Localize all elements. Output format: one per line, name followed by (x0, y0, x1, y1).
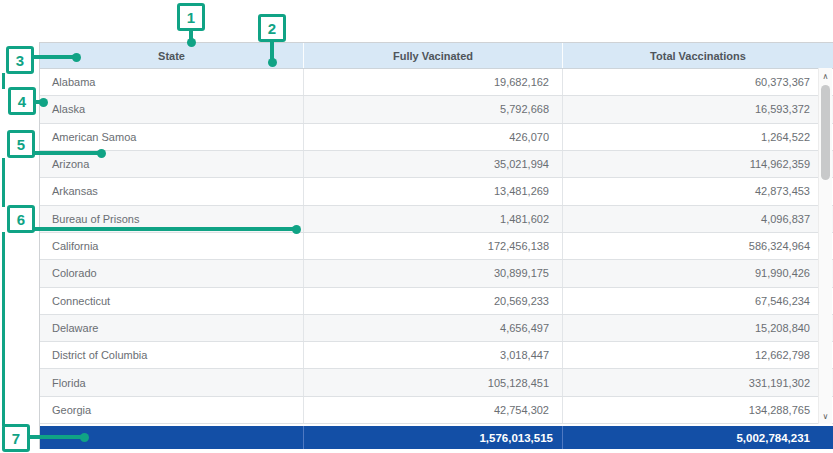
callout-7-leader-line (29, 435, 82, 439)
cell-state[interactable]: Alaska (40, 96, 303, 122)
cell-state[interactable]: District of Columbia (40, 342, 303, 368)
cell-total-vaccinations[interactable]: 1,264,522 (562, 124, 833, 150)
callout-6: 6 (7, 205, 35, 233)
cell-total-vaccinations[interactable]: 15,208,840 (562, 315, 833, 341)
cell-state[interactable]: American Samoa (40, 124, 303, 150)
table-row[interactable]: Florida105,128,451331,191,302 (40, 369, 833, 396)
callout-2-label: 2 (268, 20, 276, 37)
callout-2-dot (268, 58, 277, 67)
cell-total-vaccinations[interactable]: 60,373,367 (562, 69, 833, 95)
cell-fully-vaccinated[interactable]: 30,899,175 (303, 260, 562, 286)
total-fully-vaccinated: 1,576,013,515 (303, 426, 562, 449)
cell-total-vaccinations[interactable]: 586,324,964 (562, 233, 833, 259)
cell-state[interactable]: Florida (40, 369, 303, 395)
cell-state[interactable]: Alabama (40, 69, 303, 95)
table-total-row: 1,576,013,515 5,002,784,231 (40, 426, 833, 449)
cell-fully-vaccinated[interactable]: 172,456,138 (303, 233, 562, 259)
cell-fully-vaccinated[interactable]: 5,792,668 (303, 96, 562, 122)
column-header-total-vaccinations[interactable]: Total Vaccinations (562, 43, 833, 68)
cell-state[interactable]: Arkansas (40, 178, 303, 204)
table-row[interactable]: Colorado30,899,17591,990,426 (40, 260, 833, 287)
callout-4: 4 (8, 87, 36, 115)
cell-fully-vaccinated[interactable]: 42,754,302 (303, 397, 562, 423)
cell-fully-vaccinated[interactable]: 426,070 (303, 124, 562, 150)
scroll-down-icon[interactable]: ∨ (819, 409, 832, 423)
callout-3-leader-line (33, 55, 75, 59)
cell-state[interactable]: Connecticut (40, 288, 303, 314)
table-row[interactable]: Arkansas13,481,26942,873,453 (40, 178, 833, 205)
callout-7-dot (80, 433, 89, 442)
table-row[interactable]: American Samoa426,0701,264,522 (40, 124, 833, 151)
cell-fully-vaccinated[interactable]: 4,656,497 (303, 315, 562, 341)
callout-1: 1 (177, 3, 205, 31)
cell-total-vaccinations[interactable]: 67,546,234 (562, 288, 833, 314)
cell-fully-vaccinated[interactable]: 35,021,994 (303, 151, 562, 177)
cell-fully-vaccinated[interactable]: 20,569,233 (303, 288, 562, 314)
cell-total-vaccinations[interactable]: 42,873,453 (562, 178, 833, 204)
scroll-up-icon[interactable]: ∧ (819, 69, 832, 83)
cell-total-vaccinations[interactable]: 91,990,426 (562, 260, 833, 286)
cell-total-vaccinations[interactable]: 331,191,302 (562, 369, 833, 395)
cell-state[interactable]: Georgia (40, 397, 303, 423)
cell-total-vaccinations[interactable]: 134,288,765 (562, 397, 833, 423)
cell-fully-vaccinated[interactable]: 13,481,269 (303, 178, 562, 204)
table-row[interactable]: California172,456,138586,324,964 (40, 233, 833, 260)
table-row[interactable]: Alaska5,792,66816,593,372 (40, 96, 833, 123)
cell-total-vaccinations[interactable]: 114,962,359 (562, 151, 833, 177)
callout-5-dot (97, 149, 106, 158)
callout-3-label: 3 (16, 52, 24, 69)
table-row[interactable]: Georgia42,754,302134,288,765 (40, 397, 833, 424)
cell-fully-vaccinated[interactable]: 1,481,602 (303, 206, 562, 232)
callout-2: 2 (258, 14, 286, 42)
callout-5: 5 (7, 130, 35, 158)
cell-state[interactable]: Delaware (40, 315, 303, 341)
callout-6-leader-line (34, 227, 294, 231)
callout-connector-3-4 (2, 73, 5, 89)
vaccination-table: State Fully Vacinated Total Vaccinations… (39, 42, 833, 449)
callout-1-dot (187, 38, 196, 47)
callout-7: 7 (2, 424, 30, 452)
cell-total-vaccinations[interactable]: 12,662,798 (562, 342, 833, 368)
callout-connector-6-7 (2, 232, 5, 426)
cell-fully-vaccinated[interactable]: 19,682,162 (303, 69, 562, 95)
cell-fully-vaccinated[interactable]: 105,128,451 (303, 369, 562, 395)
callout-7-label: 7 (12, 430, 20, 447)
cell-fully-vaccinated[interactable]: 3,018,447 (303, 342, 562, 368)
table-row[interactable]: Alabama19,682,16260,373,367 (40, 69, 833, 96)
cell-state[interactable]: Colorado (40, 260, 303, 286)
vertical-scrollbar[interactable]: ∧ ∨ (818, 68, 832, 424)
total-total-vaccinations: 5,002,784,231 (562, 426, 833, 449)
callout-3-dot (72, 53, 81, 62)
callout-connector-5-6 (2, 158, 5, 207)
callout-6-label: 6 (17, 211, 25, 228)
cell-total-vaccinations[interactable]: 16,593,372 (562, 96, 833, 122)
table-body: Alabama19,682,16260,373,367Alaska5,792,6… (40, 69, 833, 424)
table-row[interactable]: District of Columbia3,018,44712,662,798 (40, 342, 833, 369)
cell-total-vaccinations[interactable]: 4,096,837 (562, 206, 833, 232)
cell-state[interactable]: California (40, 233, 303, 259)
table-row[interactable]: Delaware4,656,49715,208,840 (40, 315, 833, 342)
callout-6-dot (292, 225, 301, 234)
callout-4-label: 4 (18, 93, 26, 110)
table-row[interactable]: Connecticut20,569,23367,546,234 (40, 288, 833, 315)
annotated-table-screenshot: State Fully Vacinated Total Vaccinations… (0, 0, 833, 453)
callout-1-label: 1 (187, 9, 195, 26)
callout-3: 3 (6, 46, 34, 74)
callout-5-leader-line (34, 151, 100, 155)
table-header-row: State Fully Vacinated Total Vaccinations (40, 43, 833, 69)
scrollbar-thumb[interactable] (821, 85, 830, 180)
callout-5-label: 5 (17, 136, 25, 153)
table-row[interactable]: Arizona35,021,994114,962,359 (40, 151, 833, 178)
callout-4-dot (39, 98, 48, 107)
column-header-fully-vaccinated[interactable]: Fully Vacinated (303, 43, 562, 68)
